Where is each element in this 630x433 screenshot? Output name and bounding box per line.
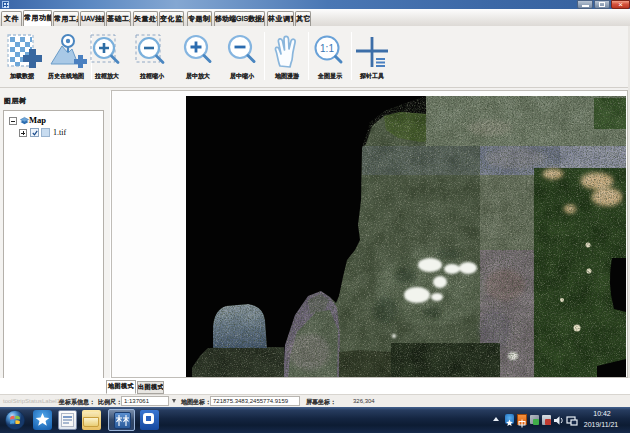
- svg-text:1:1: 1:1: [320, 43, 334, 54]
